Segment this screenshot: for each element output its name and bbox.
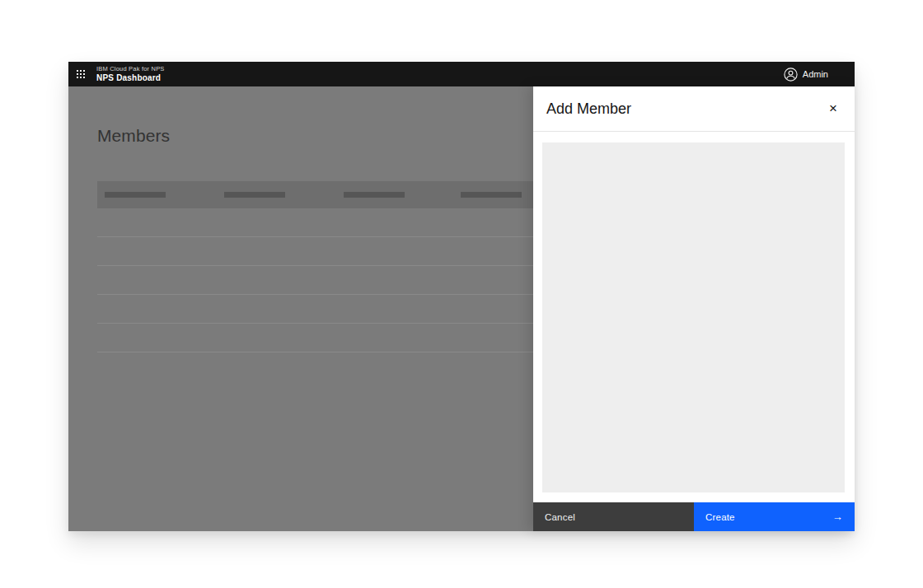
skeleton-bar: [105, 192, 166, 198]
cancel-button[interactable]: Cancel: [533, 502, 694, 531]
create-button-label: Create: [705, 512, 735, 522]
page-title: Members: [97, 126, 170, 146]
skeleton-bar: [461, 192, 522, 198]
app-window: IBM Cloud Pak for NPS NPS Dashboard Admi…: [68, 62, 855, 531]
modal-title: Add Member: [546, 100, 631, 118]
skeleton-bar: [224, 192, 285, 198]
app-switcher-icon: [77, 70, 85, 78]
page-canvas: IBM Cloud Pak for NPS NPS Dashboard Admi…: [0, 0, 923, 588]
cancel-button-label: Cancel: [545, 512, 575, 522]
form-placeholder-area: [542, 142, 845, 492]
create-button[interactable]: Create →: [694, 502, 855, 531]
brand-block: IBM Cloud Pak for NPS NPS Dashboard: [96, 66, 165, 82]
product-name: NPS Dashboard: [96, 74, 165, 82]
top-nav-bar: IBM Cloud Pak for NPS NPS Dashboard Admi…: [68, 62, 855, 86]
app-switcher-button[interactable]: [68, 62, 93, 86]
close-button[interactable]: ×: [823, 99, 843, 119]
skeleton-bar: [344, 192, 405, 198]
close-icon: ×: [829, 100, 837, 116]
modal-body: [533, 132, 855, 502]
modal-header: Add Member ×: [533, 86, 855, 132]
user-avatar-icon: [784, 68, 798, 82]
user-menu-button[interactable]: Admin: [784, 62, 855, 86]
arrow-right-icon: →: [832, 511, 843, 522]
user-name-label: Admin: [803, 69, 828, 79]
modal-footer: Cancel Create →: [533, 502, 855, 531]
platform-name: IBM Cloud Pak for NPS: [96, 66, 165, 72]
add-member-modal: Add Member × Cancel Create →: [533, 86, 855, 531]
